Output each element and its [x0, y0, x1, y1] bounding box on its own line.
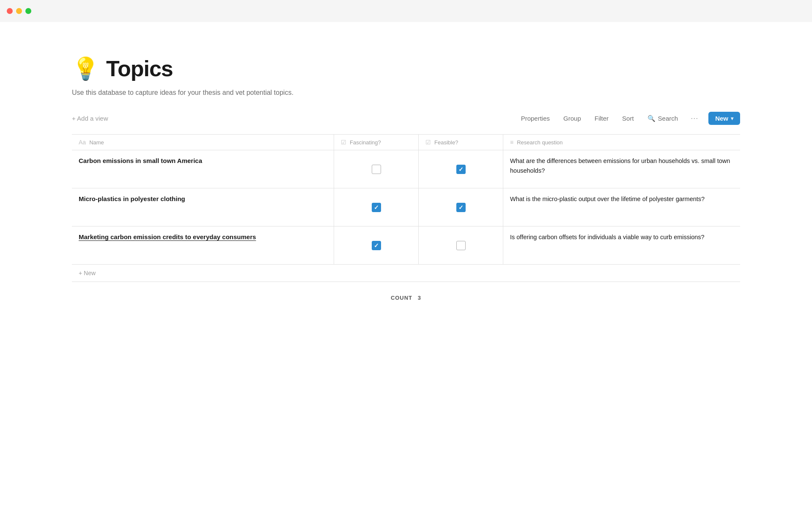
page-description: Use this database to capture ideas for y… [72, 89, 740, 97]
search-icon: 🔍 [647, 115, 656, 122]
row-name-2: Micro-plastics in polyester clothing [79, 194, 185, 204]
maximize-button[interactable] [25, 8, 31, 14]
group-button[interactable]: Group [561, 113, 584, 124]
add-view-button[interactable]: + Add a view [72, 115, 108, 122]
row-name-3: Marketing carbon emission credits to eve… [79, 232, 256, 242]
count-label: COUNT [391, 295, 412, 301]
checkbox-fascinating-3[interactable] [372, 241, 381, 250]
cell-fascinating-2[interactable] [334, 188, 419, 226]
row-name-1: Carbon emissions in small town America [79, 156, 202, 166]
cell-research-2: What is the micro-plastic output over th… [503, 188, 740, 226]
research-text-1: What are the differences between emissio… [510, 156, 733, 176]
count-value: 3 [418, 295, 421, 301]
table-row: Carbon emissions in small town America W… [72, 150, 740, 188]
cell-research-1: What are the differences between emissio… [503, 150, 740, 188]
count-row: COUNT 3 [72, 282, 740, 314]
cell-fascinating-1[interactable] [334, 150, 419, 188]
page-emoji: 💡 [72, 58, 99, 80]
toolbar-right: Properties Group Filter Sort 🔍 Search ··… [518, 112, 740, 125]
checkbox-feasible-2[interactable] [456, 203, 466, 212]
main-content: 💡 Topics Use this database to capture id… [0, 22, 812, 339]
properties-button[interactable]: Properties [518, 113, 552, 124]
text-column-icon: Aa [79, 139, 86, 146]
minimize-button[interactable] [16, 8, 22, 14]
text-research-icon: ≡ [510, 139, 513, 146]
page-title: Topics [106, 56, 173, 81]
cell-fascinating-3[interactable] [334, 226, 419, 264]
new-record-button[interactable]: New ▾ [708, 112, 740, 125]
filter-button[interactable]: Filter [592, 113, 611, 124]
cell-feasible-1[interactable] [419, 150, 503, 188]
cell-feasible-2[interactable] [419, 188, 503, 226]
checkbox-fascinating-2[interactable] [372, 203, 381, 212]
research-text-2: What is the micro-plastic output over th… [510, 194, 705, 204]
checkbox-feasible-1[interactable] [456, 165, 466, 174]
sort-button[interactable]: Sort [620, 113, 636, 124]
table-header: Aa Name ☑ Fascinating? ☑ Feasible? ≡ Res… [72, 135, 740, 150]
research-text-3: Is offering carbon offsets for individua… [510, 232, 705, 242]
data-table: Aa Name ☑ Fascinating? ☑ Feasible? ≡ Res… [72, 134, 740, 282]
column-header-fascinating: ☑ Fascinating? [334, 135, 419, 150]
cell-name-1[interactable]: Carbon emissions in small town America [72, 150, 334, 188]
column-header-research-question: ≡ Research question [503, 135, 740, 150]
add-new-row-button[interactable]: + New [72, 265, 740, 282]
cell-name-2[interactable]: Micro-plastics in polyester clothing [72, 188, 334, 226]
cell-feasible-3[interactable] [419, 226, 503, 264]
page-header: 💡 Topics [72, 56, 740, 81]
table-row: Marketing carbon emission credits to eve… [72, 226, 740, 265]
checkbox-fascinating-1[interactable] [372, 165, 381, 174]
titlebar [0, 0, 812, 22]
toolbar: + Add a view Properties Group Filter Sor… [72, 112, 740, 129]
column-header-feasible: ☑ Feasible? [419, 135, 503, 150]
checkbox-fascinating-icon: ☑ [341, 139, 346, 146]
more-options-button[interactable]: ··· [689, 113, 700, 124]
checkbox-feasible-icon: ☑ [425, 139, 431, 146]
cell-name-3[interactable]: Marketing carbon emission credits to eve… [72, 226, 334, 264]
column-header-name: Aa Name [72, 135, 334, 150]
checkbox-feasible-3[interactable] [456, 241, 466, 250]
cell-research-3: Is offering carbon offsets for individua… [503, 226, 740, 264]
table-row: Micro-plastics in polyester clothing Wha… [72, 188, 740, 226]
search-button[interactable]: 🔍 Search [645, 113, 681, 124]
chevron-down-icon: ▾ [731, 116, 733, 121]
new-button-label: New [715, 115, 728, 122]
close-button[interactable] [7, 8, 13, 14]
